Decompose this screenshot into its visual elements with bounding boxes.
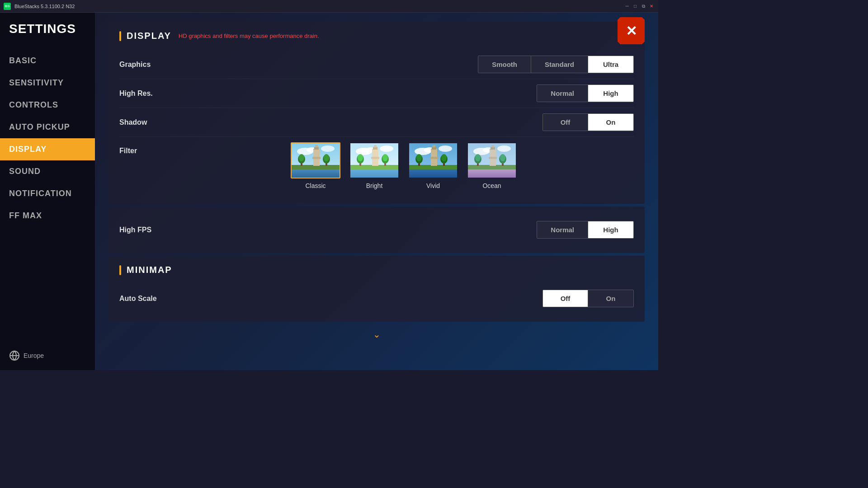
sidebar-item-display[interactable]: DISPLAY [0, 138, 95, 160]
svg-point-65 [500, 154, 505, 161]
filter-vivid-image [408, 142, 458, 178]
high-res-label: High Res. [119, 89, 153, 98]
svg-rect-27 [374, 145, 377, 147]
svg-rect-25 [371, 157, 379, 159]
minimap-section-header: MINIMAP [119, 265, 634, 275]
sidebar-item-ff-max[interactable]: FF MAX [0, 205, 95, 227]
svg-point-49 [441, 154, 447, 161]
svg-rect-57 [489, 157, 497, 159]
maximize-button[interactable]: ⧉ [640, 3, 646, 9]
shadow-label: Shadow [119, 118, 147, 127]
auto-scale-button-group: Off On [542, 290, 634, 307]
graphics-row: Graphics Smooth Standard Ultra [119, 50, 634, 79]
svg-point-33 [382, 154, 388, 161]
sidebar-item-sound[interactable]: SOUND [0, 160, 95, 183]
app-container: SETTINGS BASIC SENSITIVITY CONTROLS AUTO… [0, 13, 658, 370]
svg-rect-41 [430, 157, 438, 159]
display-section: DISPLAY HD graphics and filters may caus… [108, 22, 645, 204]
high-fps-row: High FPS Normal High [119, 216, 634, 244]
display-subtitle: HD graphics and filters may cause perfor… [179, 33, 319, 39]
high-res-row: High Res. Normal High [119, 79, 634, 108]
high-res-button-group: Normal High [537, 84, 634, 102]
svg-rect-6 [292, 168, 340, 178]
filter-bright-name: Bright [366, 182, 383, 189]
minimize-button[interactable]: ─ [624, 3, 630, 9]
filter-options: Classic [174, 142, 634, 189]
svg-point-30 [358, 154, 363, 161]
main-content: ✕ DISPLAY HD graphics and filters may ca… [95, 13, 658, 370]
svg-rect-38 [409, 168, 458, 178]
svg-point-62 [475, 154, 481, 161]
shadow-off-button[interactable]: Off [543, 114, 588, 131]
shadow-button-group: Off On [542, 113, 634, 131]
high-fps-high-button[interactable]: High [588, 221, 633, 238]
display-section-header: DISPLAY HD graphics and filters may caus… [119, 31, 634, 41]
filter-vivid-item[interactable]: Vivid [408, 142, 458, 189]
filter-bright-item[interactable]: Bright [349, 142, 399, 189]
high-fps-normal-button[interactable]: Normal [537, 221, 588, 238]
display-section-title: DISPLAY [127, 31, 171, 41]
shadow-on-button[interactable]: On [588, 114, 633, 131]
graphics-button-group: Smooth Standard Ultra [478, 56, 634, 73]
shadow-row: Shadow Off On [119, 108, 634, 137]
settings-title: SETTINGS [0, 22, 95, 50]
svg-rect-11 [315, 145, 318, 147]
region-label: Europe [24, 352, 44, 359]
window-close-button[interactable]: ✕ [648, 3, 655, 9]
title-bar: BS BlueStacks 5.3.1100.2 N32 ─ □ ⧉ ✕ [0, 0, 658, 13]
graphics-ultra-button[interactable]: Ultra [588, 56, 633, 73]
sidebar: SETTINGS BASIC SENSITIVITY CONTROLS AUTO… [0, 13, 95, 370]
sidebar-item-notification[interactable]: NOTIFICATION [0, 183, 95, 205]
svg-point-46 [416, 154, 422, 161]
svg-point-5 [321, 145, 335, 152]
graphics-smooth-button[interactable]: Smooth [478, 56, 531, 73]
filter-ocean-name: Ocean [482, 182, 501, 189]
svg-point-21 [380, 145, 393, 152]
minimap-section-title: MINIMAP [127, 265, 172, 275]
svg-rect-59 [491, 145, 494, 147]
auto-scale-off-button[interactable]: Off [543, 290, 588, 307]
svg-point-14 [299, 154, 304, 161]
filter-classic-image [291, 142, 340, 178]
filter-ocean-item[interactable]: Ocean [467, 142, 517, 189]
minimap-section: MINIMAP Auto Scale Off On [108, 256, 645, 322]
svg-point-37 [439, 145, 452, 152]
svg-point-53 [497, 145, 511, 152]
app-title: BlueStacks 5.3.1100.2 N32 [14, 4, 620, 9]
globe-icon [9, 350, 20, 361]
filter-row: Filter [119, 137, 634, 195]
high-fps-label: High FPS [119, 226, 151, 234]
high-res-normal-button[interactable]: Normal [537, 85, 588, 102]
auto-scale-label: Auto Scale [119, 295, 157, 303]
graphics-standard-button[interactable]: Standard [531, 56, 588, 73]
high-res-high-button[interactable]: High [588, 85, 633, 102]
auto-scale-row: Auto Scale Off On [119, 284, 634, 313]
window-controls: ─ □ ⧉ ✕ [624, 3, 655, 9]
section-indicator [119, 31, 121, 41]
minimap-section-indicator [119, 265, 121, 275]
filter-ocean-image [467, 142, 517, 178]
restore-button[interactable]: □ [632, 3, 638, 9]
high-fps-section: High FPS Normal High [108, 206, 645, 253]
sidebar-item-sensitivity[interactable]: SENSITIVITY [0, 72, 95, 94]
auto-scale-on-button[interactable]: On [588, 290, 633, 307]
svg-rect-9 [312, 157, 321, 159]
sidebar-item-auto-pickup[interactable]: AUTO PICKUP [0, 116, 95, 138]
filter-vivid-name: Vivid [426, 182, 440, 189]
filter-label: Filter [119, 142, 174, 155]
app-logo: BS [4, 3, 11, 10]
svg-rect-22 [350, 168, 399, 178]
svg-rect-43 [433, 145, 435, 147]
graphics-label: Graphics [119, 61, 151, 69]
filter-classic-item[interactable]: Classic [291, 142, 340, 189]
scroll-indicator: ⌄ [108, 324, 645, 344]
high-fps-button-group: Normal High [537, 221, 634, 239]
close-button[interactable]: ✕ [618, 17, 645, 44]
filter-classic-name: Classic [305, 182, 326, 189]
svg-rect-54 [468, 168, 517, 178]
sidebar-item-controls[interactable]: CONTROLS [0, 94, 95, 116]
svg-point-17 [324, 154, 329, 161]
region-selector[interactable]: Europe [0, 341, 95, 370]
filter-bright-image [349, 142, 399, 178]
sidebar-item-basic[interactable]: BASIC [0, 50, 95, 72]
